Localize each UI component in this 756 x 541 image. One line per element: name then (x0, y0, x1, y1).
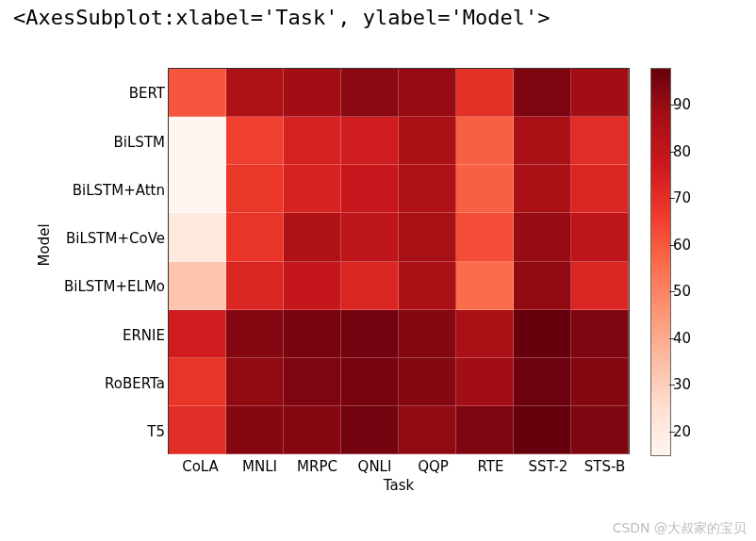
heatmap-cell (456, 310, 514, 358)
y-axis-label: Model (36, 223, 53, 266)
heatmap-row (169, 117, 629, 165)
heatmap-cell (284, 406, 341, 454)
colorbar-tick: 60 (673, 237, 691, 254)
heatmap-cell (399, 406, 456, 454)
heatmap-cell (571, 310, 629, 358)
heatmap-cell (399, 69, 456, 117)
heatmap-cell (571, 262, 629, 310)
heatmap-cell (456, 262, 514, 310)
heatmap-cell (456, 117, 514, 165)
y-tick-label: BiLSTM+Attn (73, 182, 165, 199)
heatmap-cell (226, 213, 284, 261)
heatmap-cell (514, 117, 571, 165)
heatmap-plot: Model BERT BiLSTM BiLSTM+Attn BiLSTM+CoV… (28, 57, 731, 500)
heatmap-cell (226, 165, 284, 213)
heatmap-cell (169, 358, 226, 406)
heatmap-cell (284, 213, 341, 261)
x-axis-label: Task (168, 477, 630, 494)
heatmap-row (169, 165, 629, 213)
heatmap-cell (284, 69, 341, 117)
x-tick-label: QNLI (353, 458, 396, 475)
page: <AxesSubplot:xlabel='Task', ylabel='Mode… (0, 0, 756, 541)
heatmap-cell (399, 117, 456, 165)
heatmap-cell (399, 310, 456, 358)
y-tick-label: ERNIE (123, 327, 165, 344)
colorbar-tick: 50 (673, 283, 691, 300)
heatmap-cell (226, 69, 284, 117)
x-tick-label: RTE (469, 458, 512, 475)
heatmap-cell (514, 165, 571, 213)
heatmap-cell (169, 310, 226, 358)
heatmap-cell (341, 262, 399, 310)
heatmap-cell (456, 406, 514, 454)
heatmap-cell (226, 117, 284, 165)
heatmap-cell (399, 358, 456, 406)
x-tick-label: MNLI (238, 458, 281, 475)
y-tick-label: BiLSTM+CoVe (66, 230, 165, 247)
heatmap-cell (514, 262, 571, 310)
x-tick-label: MRPC (296, 458, 338, 475)
y-tick-label: BERT (129, 85, 165, 102)
heatmap-cell (571, 165, 629, 213)
heatmap-cell (341, 213, 399, 261)
heatmap-cell (571, 358, 629, 406)
colorbar-tick: 20 (673, 423, 691, 440)
heatmap-cell (341, 165, 399, 213)
heatmap-cell (571, 69, 629, 117)
heatmap-cell (226, 358, 284, 406)
heatmap-cell (456, 165, 514, 213)
heatmap-cell (226, 406, 284, 454)
x-tick-label: QQP (412, 458, 454, 475)
colorbar (650, 68, 671, 456)
heatmap-cell (514, 406, 571, 454)
y-tick-label: BiLSTM (114, 134, 165, 151)
heatmap-cell (169, 69, 226, 117)
y-tick-label: BiLSTM+ELMo (64, 278, 165, 295)
heatmap-cell (284, 117, 341, 165)
heatmap-cell (284, 262, 341, 310)
heatmap-cell (341, 69, 399, 117)
heatmap-cell (456, 213, 514, 261)
x-tick-label: STS-B (579, 458, 631, 475)
heatmap-cell (514, 69, 571, 117)
heatmap-cell (399, 213, 456, 261)
heatmap-row (169, 406, 629, 454)
watermark: CSDN @大叔家的宝贝 (613, 520, 747, 537)
heatmap-cell (284, 165, 341, 213)
heatmap-cell (571, 406, 629, 454)
colorbar-tick: 90 (673, 96, 691, 113)
heatmap-cell (169, 406, 226, 454)
heatmap-cell (399, 165, 456, 213)
heatmap-cell (169, 165, 226, 213)
heatmap-row (169, 69, 629, 117)
x-tick-label: SST-2 (522, 458, 574, 475)
y-tick-label: RoBERTa (105, 375, 165, 392)
heatmap-cell (571, 117, 629, 165)
heatmap-cell (456, 69, 514, 117)
heatmap-cell (571, 213, 629, 261)
heatmap-cell (514, 358, 571, 406)
heatmap-cell (169, 213, 226, 261)
heatmap-cell (456, 358, 514, 406)
colorbar-tick: 30 (673, 376, 691, 393)
heatmap-row (169, 358, 629, 406)
heatmap-cell (169, 262, 226, 310)
y-tick-label: T5 (147, 423, 165, 440)
heatmap-cell (341, 406, 399, 454)
heatmap-cell (341, 358, 399, 406)
heatmap-cell (514, 310, 571, 358)
heatmap-cell (226, 262, 284, 310)
heatmap (168, 68, 630, 454)
x-tick-label: CoLA (179, 458, 222, 475)
heatmap-cell (169, 117, 226, 165)
repr-output: <AxesSubplot:xlabel='Task', ylabel='Mode… (13, 6, 551, 29)
heatmap-cell (341, 117, 399, 165)
heatmap-cell (341, 310, 399, 358)
heatmap-cell (514, 213, 571, 261)
heatmap-cell (399, 262, 456, 310)
heatmap-cell (284, 358, 341, 406)
heatmap-cell (226, 310, 284, 358)
heatmap-cell (284, 310, 341, 358)
heatmap-row (169, 310, 629, 358)
heatmap-row (169, 262, 629, 310)
